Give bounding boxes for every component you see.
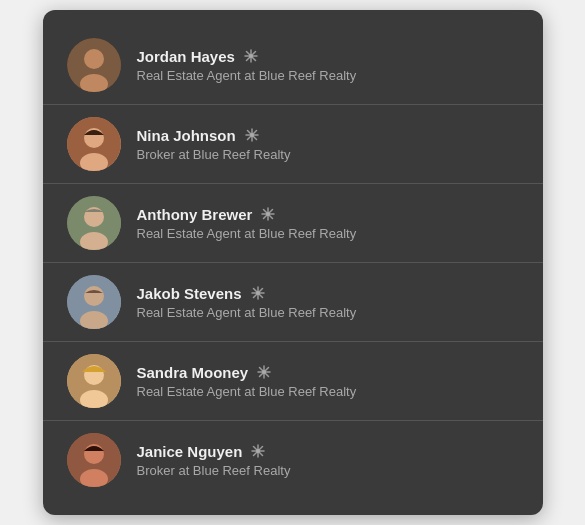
svg-point-31 xyxy=(256,291,260,295)
svg-point-25 xyxy=(84,286,104,306)
person-name-janice: Janice Nguyen xyxy=(137,443,243,460)
person-info-jordan: Jordan Hayes Real Estate Agent at Blue R… xyxy=(137,48,519,83)
person-title-sandra: Real Estate Agent at Blue Reef Realty xyxy=(137,384,519,399)
list-item-sandra[interactable]: Sandra Mooney Real Estate Agent at Blue … xyxy=(43,342,543,421)
person-name-jakob: Jakob Stevens xyxy=(137,285,242,302)
verified-icon-anthony xyxy=(260,206,276,222)
list-item-janice[interactable]: Janice Nguyen Broker at Blue Reef Realty xyxy=(43,421,543,499)
person-info-nina: Nina Johnson Broker at Blue Reef Realty xyxy=(137,127,519,162)
people-list-card: Jordan Hayes Real Estate Agent at Blue R… xyxy=(43,10,543,515)
svg-point-7 xyxy=(249,54,253,58)
person-title-jakob: Real Estate Agent at Blue Reef Realty xyxy=(137,305,519,320)
svg-point-23 xyxy=(266,212,270,216)
avatar-anthony xyxy=(67,196,121,250)
person-name-row: Janice Nguyen xyxy=(137,443,519,460)
list-item-jakob[interactable]: Jakob Stevens Real Estate Agent at Blue … xyxy=(43,263,543,342)
avatar-jordan xyxy=(67,38,121,92)
list-item-jordan[interactable]: Jordan Hayes Real Estate Agent at Blue R… xyxy=(43,26,543,105)
person-name-row: Jakob Stevens xyxy=(137,285,519,302)
verified-icon-jordan xyxy=(243,48,259,64)
person-info-anthony: Anthony Brewer Real Estate Agent at Blue… xyxy=(137,206,519,241)
person-name-jordan: Jordan Hayes xyxy=(137,48,235,65)
avatar-sandra xyxy=(67,354,121,408)
person-info-jakob: Jakob Stevens Real Estate Agent at Blue … xyxy=(137,285,519,320)
person-info-janice: Janice Nguyen Broker at Blue Reef Realty xyxy=(137,443,519,478)
svg-point-47 xyxy=(256,449,260,453)
person-name-row: Jordan Hayes xyxy=(137,48,519,65)
person-title-janice: Broker at Blue Reef Realty xyxy=(137,463,519,478)
person-name-anthony: Anthony Brewer xyxy=(137,206,253,223)
person-name-row: Anthony Brewer xyxy=(137,206,519,223)
verified-icon-jakob xyxy=(250,285,266,301)
person-title-nina: Broker at Blue Reef Realty xyxy=(137,147,519,162)
svg-point-15 xyxy=(250,133,254,137)
avatar-jakob xyxy=(67,275,121,329)
verified-icon-nina xyxy=(244,127,260,143)
list-item-nina[interactable]: Nina Johnson Broker at Blue Reef Realty xyxy=(43,105,543,184)
person-name-row: Nina Johnson xyxy=(137,127,519,144)
person-info-sandra: Sandra Mooney Real Estate Agent at Blue … xyxy=(137,364,519,399)
person-title-anthony: Real Estate Agent at Blue Reef Realty xyxy=(137,226,519,241)
verified-icon-janice xyxy=(250,443,266,459)
avatar-janice xyxy=(67,433,121,487)
svg-point-39 xyxy=(262,370,266,374)
verified-icon-sandra xyxy=(256,364,272,380)
list-item-anthony[interactable]: Anthony Brewer Real Estate Agent at Blue… xyxy=(43,184,543,263)
svg-point-1 xyxy=(84,49,104,69)
person-name-nina: Nina Johnson xyxy=(137,127,236,144)
person-name-sandra: Sandra Mooney xyxy=(137,364,249,381)
avatar-nina xyxy=(67,117,121,171)
person-title-jordan: Real Estate Agent at Blue Reef Realty xyxy=(137,68,519,83)
person-name-row: Sandra Mooney xyxy=(137,364,519,381)
